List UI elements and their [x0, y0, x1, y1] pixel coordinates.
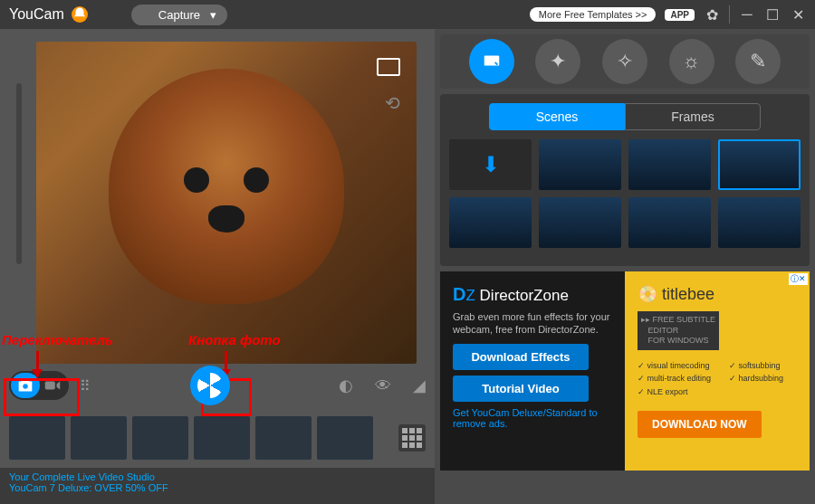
shutter-button[interactable]: [190, 366, 230, 405]
thumbnail[interactable]: [132, 416, 188, 460]
titlebee-ad[interactable]: ⓘ✕ 📀 titlebee ▸▸ FREE SUBTITLE EDITOR FO…: [625, 271, 810, 471]
titlebee-features: visual timecodingmulti-track editingNLE …: [638, 359, 797, 398]
effects-tab-presentation[interactable]: [469, 39, 514, 84]
thumbnail[interactable]: [71, 416, 127, 460]
face-beautify-icon[interactable]: ◐: [339, 376, 353, 395]
app-badge[interactable]: APP: [665, 9, 695, 21]
app-title: YouCam: [9, 6, 64, 23]
fullscreen-icon[interactable]: [377, 58, 400, 76]
thumbnail[interactable]: [317, 416, 373, 460]
zoom-slider[interactable]: [16, 83, 22, 264]
gallery-grid-icon[interactable]: [398, 424, 426, 452]
tab-scenes[interactable]: Scenes: [489, 103, 625, 130]
download-more-scenes[interactable]: ⬇: [449, 139, 532, 190]
scene-thumb[interactable]: [539, 197, 621, 248]
scene-thumb[interactable]: [628, 197, 711, 248]
capture-dropdown[interactable]: Capture: [131, 5, 227, 25]
rotate-camera-icon[interactable]: ⟲: [385, 92, 400, 114]
camera-preview-area: ⟲ Переключатель Кнопка фото: [0, 29, 435, 363]
eye-preview-icon[interactable]: 👁: [375, 376, 391, 395]
tab-frames[interactable]: Frames: [625, 103, 761, 130]
thumbnail[interactable]: [255, 416, 312, 460]
camera-preview: ⟲: [36, 42, 417, 364]
directorzone-desc: Grab even more fun effects for your webc…: [453, 310, 612, 337]
download-effects-button[interactable]: Download Effects: [453, 344, 589, 370]
ad-close-icon[interactable]: ⓘ✕: [789, 273, 808, 285]
scene-thumb[interactable]: [628, 139, 711, 190]
tutorial-video-button[interactable]: Tutorial Video: [453, 376, 589, 402]
effects-tab-filters[interactable]: ✧: [602, 39, 647, 84]
scene-thumb[interactable]: [449, 197, 532, 248]
close-icon[interactable]: ✕: [790, 6, 806, 23]
maximize-icon[interactable]: ☐: [764, 6, 781, 23]
thumbnail[interactable]: [194, 416, 250, 460]
divider: [729, 5, 730, 24]
scene-thumb[interactable]: [718, 197, 801, 248]
directorzone-ad: DZ DirectorZone Grab even more fun effec…: [440, 271, 625, 471]
scene-thumb[interactable]: [718, 139, 801, 190]
annotation-arrow: [36, 351, 39, 376]
scene-thumb[interactable]: [539, 139, 621, 190]
thumbnail-strip: [0, 408, 435, 468]
promo-banner[interactable]: Your Complete Live Video Studio YouCam 7…: [0, 468, 435, 504]
annotation-photo-button: Кнопка фото: [188, 332, 281, 347]
grip-icon[interactable]: ⠿: [80, 377, 89, 395]
effects-tab-draw[interactable]: ✎: [735, 39, 781, 84]
minimize-icon[interactable]: ─: [739, 6, 755, 23]
titlebee-logo: 📀 titlebee: [638, 284, 797, 304]
remove-ads-link[interactable]: Get YouCam Deluxe/Standard to remove ads…: [453, 407, 612, 429]
notification-bell-icon[interactable]: [72, 6, 88, 23]
thumbnail[interactable]: [9, 416, 65, 460]
directorzone-logo: DZ DirectorZone: [453, 284, 612, 305]
annotation-highlight-box: [4, 378, 80, 416]
titlebee-tagline: ▸▸ FREE SUBTITLE EDITOR FOR WINDOWS: [638, 311, 719, 350]
annotation-switcher: Переключатель: [2, 332, 113, 347]
more-templates-link[interactable]: More Free Templates >>: [530, 7, 657, 22]
effects-tab-particles[interactable]: ✦: [535, 39, 580, 84]
effects-tab-distortion[interactable]: ☼: [669, 39, 714, 84]
titlebee-download-button[interactable]: DOWNLOAD NOW: [638, 411, 762, 438]
eraser-icon[interactable]: ◢: [413, 376, 426, 395]
settings-gear-icon[interactable]: ✿: [704, 6, 720, 23]
